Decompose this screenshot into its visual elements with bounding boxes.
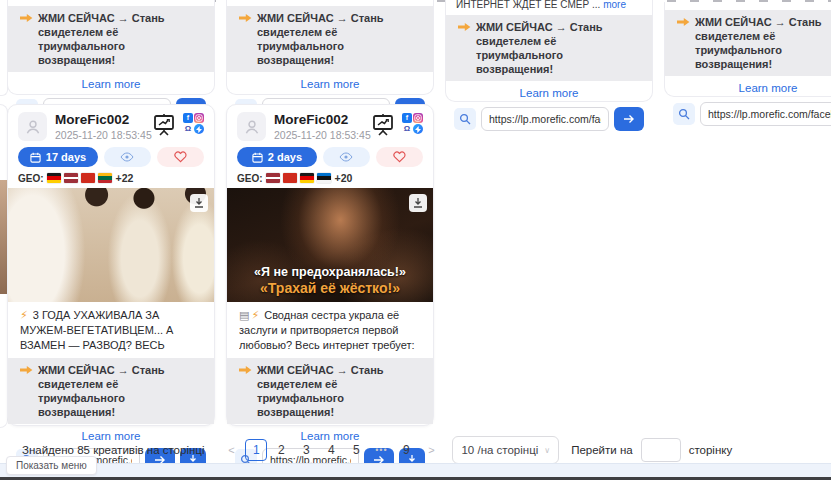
geo-row: GEO: +20 xyxy=(237,172,423,184)
download-icon[interactable] xyxy=(409,194,427,212)
advertiser-block: MoreFic002 2025-11-20 18:53:45 xyxy=(274,112,371,141)
creative-card: MoreFic002 2025-11-20 18:53:45 17 days G… xyxy=(7,104,215,426)
creative-image[interactable]: «Я не предохранялась!» «Трахай её жёстко… xyxy=(227,188,433,302)
search-url-button[interactable] xyxy=(673,103,695,125)
geo-more-count[interactable]: +20 xyxy=(335,172,353,184)
networks-grid xyxy=(402,113,423,134)
description-text: Сводная сестра украла её заслуги и притв… xyxy=(239,309,415,353)
views-button[interactable] xyxy=(104,147,151,167)
calendar-icon xyxy=(30,152,41,163)
calendar-icon xyxy=(252,152,263,163)
pointing-hand-icon xyxy=(20,13,33,23)
days-badge[interactable]: 17 days xyxy=(18,147,98,167)
page-button-9[interactable]: 9 xyxy=(395,439,417,461)
prev-page-button[interactable]: < xyxy=(220,439,242,461)
presentation-chart-icon[interactable] xyxy=(371,113,395,136)
flag-lithuania-icon xyxy=(98,173,112,183)
teaser-truncated: ИНТЕРНЕТ ЖДЁТ ЕЁ СМЕР ... xyxy=(456,0,600,10)
next-page-button[interactable]: > xyxy=(420,439,442,461)
instagram-icon[interactable] xyxy=(194,113,204,123)
partial-creative-card: ЖМИ СЕЙЧАС → Стань свидетелем её триумфа… xyxy=(664,2,831,97)
description-text: 3 ГОДА УХАЖИВАЛА ЗА МУЖЕМ-ВЕГЕТАТИВЦЕМ..… xyxy=(20,309,174,353)
creative-image[interactable] xyxy=(8,188,214,302)
landing-url-input[interactable] xyxy=(481,107,609,131)
page-button-3[interactable]: 3 xyxy=(295,439,317,461)
more-link[interactable]: more xyxy=(603,0,626,10)
url-row xyxy=(454,107,644,131)
audience-network-icon[interactable] xyxy=(183,124,193,134)
book-icon: ▤ xyxy=(239,308,249,323)
page-button-2[interactable]: 2 xyxy=(270,439,292,461)
page-button-1[interactable]: 1 xyxy=(245,439,267,461)
goto-page: Перейти на сторінку xyxy=(571,438,732,462)
pager-ellipsis[interactable]: ••• xyxy=(370,439,392,461)
bottom-panel xyxy=(0,463,831,478)
presentation-chart-icon[interactable] xyxy=(152,113,176,136)
days-badge[interactable]: 2 days xyxy=(237,147,317,167)
download-icon[interactable] xyxy=(190,194,208,212)
flag-red-icon xyxy=(283,173,297,183)
learn-more-link[interactable]: Learn more xyxy=(8,78,214,92)
page-button-4[interactable]: 4 xyxy=(320,439,342,461)
cta-text: ЖМИ СЕЙЧАС → Стань свидетелем её триумфа… xyxy=(38,363,202,419)
page-button-5[interactable]: 5 xyxy=(345,439,367,461)
overlay-line-1: «Я не предохранялась!» xyxy=(227,264,433,280)
partial-creative-card: ИНТЕРНЕТ ЖДЁТ ЕЁ СМЕР ...more ЖМИ СЕЙЧАС… xyxy=(445,0,653,102)
advertiser-block: MoreFic002 2025-11-20 18:53:45 xyxy=(55,112,152,141)
cta-band: ЖМИ СЕЙЧАС → Стань свидетелем её триумфа… xyxy=(446,15,652,81)
flag-latvia-icon xyxy=(266,173,280,183)
geo-label: GEO: xyxy=(237,173,263,184)
heart-icon xyxy=(393,151,406,163)
cta-text: ЖМИ СЕЙЧАС → Стань свидетелем её триумфа… xyxy=(38,11,202,67)
goto-page-input[interactable] xyxy=(641,438,681,462)
arrow-right-icon xyxy=(623,114,635,124)
creative-overlay-text: «Я не предохранялась!» «Трахай её жёстко… xyxy=(227,264,433,297)
audience-network-icon[interactable] xyxy=(402,124,412,134)
advertiser-name[interactable]: MoreFic002 xyxy=(55,112,152,127)
days-label: 2 days xyxy=(268,151,302,163)
learn-more-link[interactable]: Learn more xyxy=(446,87,652,101)
creative-description: ⚡ 3 ГОДА УХАЖИВАЛА ЗА МУЖЕМ-ВЕГЕТАТИВЦЕМ… xyxy=(20,308,202,353)
creative-card: MoreFic002 2025-11-20 18:53:45 2 days GE… xyxy=(226,104,434,426)
page-size-value: 10 /на сторінці xyxy=(461,444,538,456)
days-label: 17 days xyxy=(46,151,86,163)
learn-more-link[interactable]: Learn more xyxy=(227,78,433,92)
avatar xyxy=(237,112,266,141)
search-url-button[interactable] xyxy=(454,108,476,130)
cta-text: ЖМИ СЕЙЧАС → Стань свидетелем её триумфа… xyxy=(695,15,831,71)
learn-more-link[interactable]: Learn more xyxy=(665,82,831,96)
goto-prefix-label: Перейти на xyxy=(571,444,633,456)
search-icon xyxy=(678,108,690,120)
eye-icon xyxy=(120,152,134,162)
instagram-icon[interactable] xyxy=(413,113,423,123)
results-count: Знайдено 85 креативів на сторінці xyxy=(22,444,204,456)
cta-band: ЖМИ СЕЙЧАС → Стань свидетелем её триумфа… xyxy=(227,6,433,72)
posted-date: 2025-11-20 18:53:45 xyxy=(55,129,152,141)
pointing-hand-icon xyxy=(458,22,471,32)
messenger-icon[interactable] xyxy=(413,124,423,134)
open-url-button[interactable] xyxy=(614,107,644,131)
person-icon xyxy=(243,118,261,136)
flag-germany-icon xyxy=(300,173,314,183)
landing-url-input[interactable] xyxy=(700,102,831,126)
card-header: MoreFic002 2025-11-20 18:53:45 xyxy=(227,105,433,141)
posted-date: 2025-11-20 18:53:45 xyxy=(274,129,371,141)
card-header: MoreFic002 2025-11-20 18:53:45 xyxy=(8,105,214,141)
favorite-button[interactable] xyxy=(157,147,204,167)
facebook-icon[interactable] xyxy=(402,113,412,123)
overlay-line-2: «Трахай её жёстко!» xyxy=(227,280,433,297)
geo-more-count[interactable]: +22 xyxy=(116,172,134,184)
flag-red-icon xyxy=(81,173,95,183)
show-menu-button[interactable]: Показать меню xyxy=(6,456,97,475)
favorite-button[interactable] xyxy=(376,147,423,167)
advertiser-name[interactable]: MoreFic002 xyxy=(274,112,371,127)
views-button[interactable] xyxy=(323,147,370,167)
page-size-select[interactable]: 10 /на сторінці ∨ xyxy=(452,436,559,464)
facebook-icon[interactable] xyxy=(183,113,193,123)
pagination-bar: Знайдено 85 креативів на сторінці < 1 2 … xyxy=(0,436,831,464)
cta-band: ЖМИ СЕЙЧАС → Стань свидетелем её триумфа… xyxy=(8,358,214,424)
messenger-icon[interactable] xyxy=(194,124,204,134)
flag-estonia-icon xyxy=(317,173,331,183)
flag-latvia-icon xyxy=(64,173,78,183)
url-row xyxy=(673,102,831,126)
